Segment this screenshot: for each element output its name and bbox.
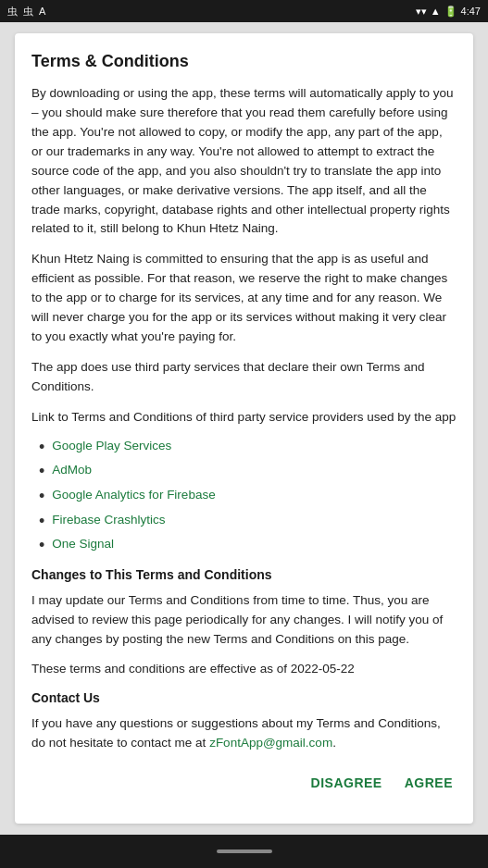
icon-bug2: 虫 bbox=[23, 5, 33, 19]
paragraph-5: I may update our Terms and Conditions fr… bbox=[31, 591, 457, 650]
paragraph-1: By downloading or using the app, these t… bbox=[31, 84, 457, 239]
action-row: DISAGREE AGREE bbox=[31, 768, 457, 794]
one-signal-link[interactable]: One Signal bbox=[52, 537, 114, 551]
bullet-icon: • bbox=[39, 462, 44, 482]
firebase-crashlytics-link[interactable]: Firebase Crashlytics bbox=[52, 513, 165, 527]
bullet-icon: • bbox=[39, 536, 44, 556]
card-body: By downloading or using the app, these t… bbox=[31, 84, 457, 794]
paragraph-2: Khun Htetz Naing is committed to ensurin… bbox=[31, 250, 457, 347]
google-analytics-link[interactable]: Google Analytics for Firebase bbox=[52, 488, 215, 502]
paragraph-6: These terms and conditions are effective… bbox=[31, 660, 457, 679]
list-item: • One Signal bbox=[39, 537, 457, 556]
contact-email-link[interactable]: zFontApp@gmail.com bbox=[209, 736, 332, 750]
disagree-button[interactable]: DISAGREE bbox=[307, 772, 386, 794]
card-title: Terms & Conditions bbox=[31, 52, 457, 71]
icon-a: A bbox=[39, 6, 45, 17]
paragraph-7-post: . bbox=[332, 736, 336, 750]
paragraph-7: If you have any questions or suggestions… bbox=[31, 714, 457, 753]
list-item: • AdMob bbox=[39, 463, 457, 482]
bullet-icon: • bbox=[39, 487, 44, 507]
third-party-links-list: • Google Play Services • AdMob • Google … bbox=[39, 439, 457, 556]
list-item: • Google Analytics for Firebase bbox=[39, 488, 457, 507]
icon-bug1: 虫 bbox=[7, 5, 18, 19]
section-contact-heading: Contact Us bbox=[31, 690, 457, 705]
list-item: • Google Play Services bbox=[39, 439, 457, 458]
status-bar-right: ▾▾ ▲ 🔋 4:47 bbox=[416, 6, 481, 18]
admob-link[interactable]: AdMob bbox=[52, 463, 92, 477]
list-item: • Firebase Crashlytics bbox=[39, 513, 457, 532]
section-changes-heading: Changes to This Terms and Conditions bbox=[31, 567, 457, 582]
time-display: 4:47 bbox=[461, 6, 481, 17]
wifi-icon: ▾▾ bbox=[416, 6, 427, 18]
bullet-icon: • bbox=[39, 438, 44, 458]
paragraph-4: Link to Terms and Conditions of third pa… bbox=[31, 408, 457, 428]
google-play-services-link[interactable]: Google Play Services bbox=[52, 439, 171, 453]
bottom-navigation-bar bbox=[0, 835, 488, 868]
bullet-icon: • bbox=[39, 512, 44, 532]
paragraph-3: The app does use third party services th… bbox=[31, 358, 457, 397]
status-bar: 虫 虫 A ▾▾ ▲ 🔋 4:47 bbox=[0, 0, 488, 22]
terms-card: Terms & Conditions By downloading or usi… bbox=[15, 33, 473, 824]
status-bar-left: 虫 虫 A bbox=[7, 5, 45, 19]
battery-icon: 🔋 bbox=[444, 6, 457, 18]
agree-button[interactable]: AGREE bbox=[401, 772, 457, 794]
signal-icon: ▲ bbox=[431, 6, 441, 17]
bottom-bar-indicator bbox=[217, 849, 272, 853]
